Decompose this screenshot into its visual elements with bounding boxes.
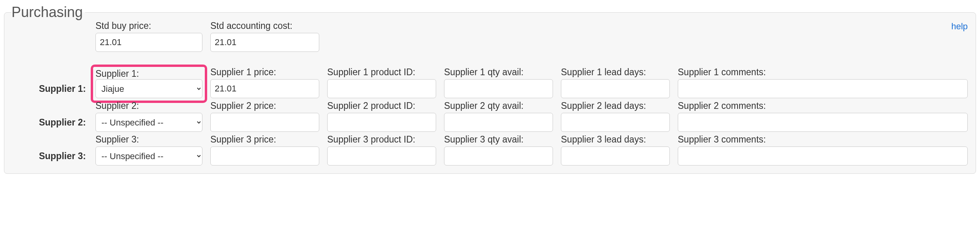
supplier-1-price-cell: Supplier 1 price: [210, 67, 319, 98]
supplier-2-product-id-input[interactable] [327, 113, 436, 132]
help-link[interactable]: help [951, 21, 968, 32]
supplier-3-lead-days-input[interactable] [561, 146, 670, 165]
supplier-1-product-id-input[interactable] [327, 79, 436, 98]
supplier-2-product-id-cell: Supplier 2 product ID: [327, 101, 436, 132]
supplier-1-price-input[interactable] [210, 79, 319, 98]
supplier-1-product-id-cell: Supplier 1 product ID: [327, 67, 436, 98]
supplier-3-comments-label: Supplier 3 comments: [678, 134, 968, 145]
supplier-2-lead-days-label: Supplier 2 lead days: [561, 101, 670, 111]
supplier-3-select[interactable]: -- Unspecified -- [95, 146, 202, 165]
supplier-2-lead-days-cell: Supplier 2 lead days: [561, 101, 670, 132]
supplier-2-price-input[interactable] [210, 113, 319, 132]
supplier-2-lead-days-input[interactable] [561, 113, 670, 132]
supplier-1-label: Supplier 1: [95, 68, 139, 79]
supplier-3-price-label: Supplier 3 price: [210, 134, 319, 145]
supplier-2-comments-input[interactable] [678, 113, 968, 132]
purchasing-grid: Std buy price: Std accounting cost: Supp… [12, 21, 968, 165]
supplier-2-comments-label: Supplier 2 comments: [678, 101, 968, 111]
supplier-3-price-input[interactable] [210, 146, 319, 165]
std-buy-price-label: Std buy price: [95, 21, 202, 31]
supplier-2-select-cell: Supplier 2: -- Unspecified -- [95, 101, 202, 132]
supplier-1-price-label: Supplier 1 price: [210, 67, 319, 78]
supplier-2-label: Supplier 2: [95, 101, 202, 111]
supplier-2-qty-avail-label: Supplier 2 qty avail: [444, 101, 553, 111]
supplier-1-comments-label: Supplier 1 comments: [678, 67, 968, 78]
supplier-2-price-cell: Supplier 2 price: [210, 101, 319, 132]
supplier-1-lead-days-cell: Supplier 1 lead days: [561, 67, 670, 98]
supplier-1-lead-days-input[interactable] [561, 79, 670, 98]
supplier-3-qty-avail-input[interactable] [444, 146, 553, 165]
supplier-3-row-label: Supplier 3: [12, 146, 88, 165]
supplier-1-product-id-label: Supplier 1 product ID: [327, 67, 436, 78]
supplier-3-product-id-label: Supplier 3 product ID: [327, 134, 436, 145]
supplier-3-product-id-input[interactable] [327, 146, 436, 165]
supplier-2-row-label: Supplier 2: [12, 113, 88, 132]
purchasing-panel: Purchasing help Std buy price: Std accou… [4, 4, 976, 174]
supplier-1-comments-cell: Supplier 1 comments: [678, 67, 968, 98]
std-accounting-cost-cell: Std accounting cost: [210, 21, 319, 52]
std-buy-price-cell: Std buy price: [95, 21, 202, 52]
supplier-2-product-id-label: Supplier 2 product ID: [327, 101, 436, 111]
supplier-2-price-label: Supplier 2 price: [210, 101, 319, 111]
supplier-1-row-label: Supplier 1: [12, 79, 88, 98]
supplier-3-label: Supplier 3: [95, 134, 202, 145]
supplier-3-comments-input[interactable] [678, 146, 968, 165]
supplier-3-comments-cell: Supplier 3 comments: [678, 134, 968, 165]
supplier-2-qty-avail-input[interactable] [444, 113, 553, 132]
section-title: Purchasing [11, 4, 85, 21]
supplier-2-comments-cell: Supplier 2 comments: [678, 101, 968, 132]
supplier-3-product-id-cell: Supplier 3 product ID: [327, 134, 436, 165]
supplier-2-qty-avail-cell: Supplier 2 qty avail: [444, 101, 553, 132]
std-accounting-cost-label: Std accounting cost: [210, 21, 319, 31]
supplier-3-lead-days-label: Supplier 3 lead days: [561, 134, 670, 145]
supplier-1-qty-avail-label: Supplier 1 qty avail: [444, 67, 553, 78]
supplier-1-select-cell: Supplier 1: Jiajue [95, 68, 202, 98]
supplier-1-comments-input[interactable] [678, 79, 968, 98]
supplier-1-highlight: Supplier 1: Jiajue [91, 65, 207, 103]
supplier-1-select[interactable]: Jiajue [95, 79, 202, 98]
supplier-1-qty-avail-input[interactable] [444, 79, 553, 98]
supplier-3-select-cell: Supplier 3: -- Unspecified -- [95, 134, 202, 165]
supplier-2-select[interactable]: -- Unspecified -- [95, 113, 202, 132]
supplier-3-qty-avail-label: Supplier 3 qty avail: [444, 134, 553, 145]
std-accounting-cost-input[interactable] [210, 33, 319, 52]
supplier-1-lead-days-label: Supplier 1 lead days: [561, 67, 670, 78]
supplier-3-lead-days-cell: Supplier 3 lead days: [561, 134, 670, 165]
supplier-3-qty-avail-cell: Supplier 3 qty avail: [444, 134, 553, 165]
std-buy-price-input[interactable] [95, 33, 202, 52]
supplier-3-price-cell: Supplier 3 price: [210, 134, 319, 165]
supplier-1-qty-avail-cell: Supplier 1 qty avail: [444, 67, 553, 98]
